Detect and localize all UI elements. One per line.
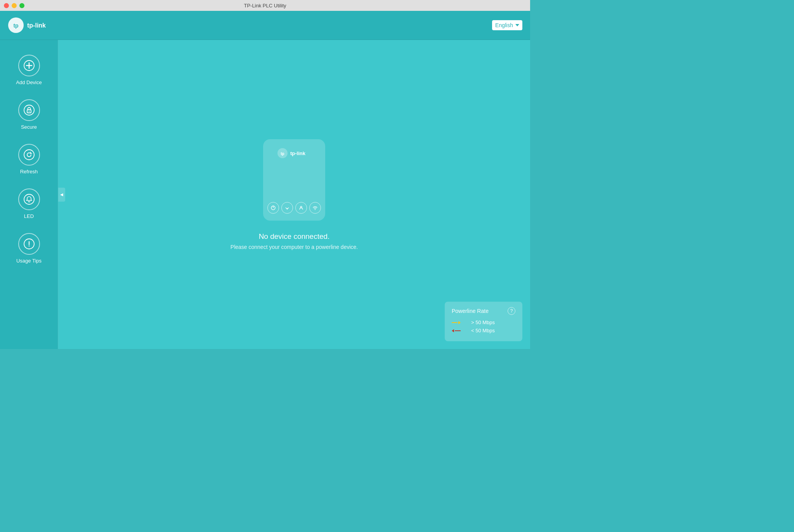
exclamation-icon [24, 238, 35, 249]
tp-link-logo-icon: tp [8, 17, 24, 33]
rate-row-high: > 50 Mbps [452, 320, 515, 325]
rate-high-label: > 50 Mbps [471, 320, 495, 325]
svg-point-6 [24, 105, 34, 115]
svg-text:tp: tp [13, 22, 18, 29]
svg-point-21 [315, 209, 316, 210]
window-controls[interactable] [4, 3, 24, 8]
device-wifi-icon [309, 202, 321, 214]
powerline-help-button[interactable]: ? [508, 307, 515, 315]
add-device-label: Add Device [16, 79, 42, 85]
sidebar-item-usage-tips[interactable]: Usage Tips [0, 230, 58, 267]
sidebar-item-led[interactable]: LED [0, 185, 58, 222]
language-dropdown-arrow [515, 24, 519, 26]
sidebar: Add Device Secure [0, 40, 58, 349]
sidebar-item-refresh[interactable]: Refresh [0, 141, 58, 178]
rate-row-low: < 50 Mbps [452, 328, 515, 333]
device-person-icon [295, 202, 307, 214]
rate-low-label: < 50 Mbps [471, 328, 495, 333]
titlebar: TP-Link PLC Utility [0, 0, 530, 11]
device-tp-link-logo: tp [277, 148, 288, 159]
usage-tips-label: Usage Tips [16, 258, 42, 264]
header: tp tp-link English [0, 11, 530, 40]
maximize-button[interactable] [19, 3, 24, 8]
svg-text:tp-link: tp-link [290, 150, 306, 156]
plus-icon [24, 60, 35, 71]
status-title: No device connected. [259, 232, 330, 241]
lock-icon [24, 105, 35, 116]
svg-point-9 [24, 150, 34, 160]
svg-point-10 [24, 194, 34, 204]
sidebar-item-add-device[interactable]: Add Device [0, 52, 58, 88]
status-subtitle: Please connect your computer to a powerl… [231, 244, 358, 250]
language-selector[interactable]: English [492, 20, 522, 30]
content-area: tp tp-link [58, 40, 530, 349]
svg-point-13 [28, 245, 29, 246]
secure-label: Secure [21, 124, 37, 130]
device-icons-row [267, 202, 321, 214]
refresh-icon [24, 149, 35, 160]
sidebar-item-secure[interactable]: Secure [0, 96, 58, 133]
window-title: TP-Link PLC Utility [244, 3, 286, 9]
powerline-header: Powerline Rate ? [452, 307, 515, 315]
add-device-icon-circle [18, 55, 40, 76]
refresh-label: Refresh [20, 169, 38, 174]
usage-tips-icon-circle [18, 233, 40, 255]
powerline-rate-panel: Powerline Rate ? > 50 Mbps < 50 Mbps [445, 302, 522, 341]
svg-point-8 [28, 111, 29, 112]
device-power-icon [267, 202, 279, 214]
svg-text:tp-link: tp-link [27, 22, 46, 29]
svg-text:tp: tp [281, 152, 284, 156]
close-button[interactable] [4, 3, 9, 8]
device-tp-link-text: tp-link [290, 150, 312, 156]
device-card: tp tp-link [263, 139, 325, 221]
tp-link-text-icon: tp-link [27, 21, 54, 29]
refresh-icon-circle [18, 144, 40, 166]
device-card-logo: tp tp-link [277, 148, 312, 159]
secure-icon-circle [18, 99, 40, 121]
device-home-icon [281, 202, 293, 214]
minimize-button[interactable] [12, 3, 17, 8]
main-layout: Add Device Secure [0, 40, 530, 349]
sidebar-collapse-button[interactable] [58, 188, 65, 202]
led-label: LED [24, 213, 34, 219]
language-label: English [495, 22, 513, 28]
bell-icon [24, 194, 35, 205]
led-icon-circle [18, 188, 40, 210]
powerline-rate-title: Powerline Rate [452, 308, 489, 314]
logo-area: tp tp-link [8, 17, 54, 33]
